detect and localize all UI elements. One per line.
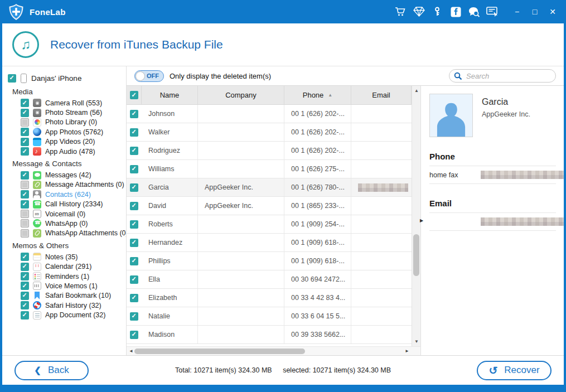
table-row[interactable]: Madison 00 39 338 5662... xyxy=(127,326,412,344)
item-label[interactable]: Messages (42) xyxy=(45,171,91,179)
item-label[interactable]: App Videos (20) xyxy=(45,138,95,146)
sidebar-item[interactable]: App Videos (20) xyxy=(21,137,126,147)
row-checkbox[interactable] xyxy=(130,110,138,118)
column-header-company[interactable]: Company xyxy=(198,86,284,104)
sidebar-item[interactable]: WhatsApp (0) xyxy=(21,219,126,228)
item-checkbox[interactable] xyxy=(21,118,29,127)
sidebar-item[interactable]: Voice Memos (1) xyxy=(21,281,126,291)
item-checkbox[interactable] xyxy=(21,147,29,156)
scroll-left-icon[interactable]: ◄ xyxy=(129,349,133,354)
vertical-scrollbar-thumb[interactable] xyxy=(413,234,419,276)
item-label[interactable]: Safari Bookmark (10) xyxy=(45,292,111,299)
sidebar-item[interactable]: Reminders (1) xyxy=(21,272,126,281)
table-row[interactable]: Walker 00 1 (626) 202-... xyxy=(127,123,412,142)
row-checkbox[interactable] xyxy=(130,294,138,302)
item-checkbox[interactable] xyxy=(21,272,29,280)
maximize-button[interactable]: □ xyxy=(527,4,543,19)
column-header-phone[interactable]: Phone▲ xyxy=(284,86,351,104)
item-label[interactable]: App Document (32) xyxy=(45,311,105,319)
sidebar-item[interactable]: Calendar (291) xyxy=(21,262,126,271)
sidebar-item[interactable]: Safari History (32) xyxy=(21,301,126,310)
item-label[interactable]: App Audio (478) xyxy=(45,148,95,156)
item-label[interactable]: App Photos (5762) xyxy=(45,128,103,136)
sidebar-item[interactable]: App Audio (478) xyxy=(21,147,126,156)
item-label[interactable]: WhatsApp (0) xyxy=(45,220,88,228)
item-label[interactable]: Call History (2334) xyxy=(45,200,103,208)
horizontal-scrollbar[interactable]: ◄ ► xyxy=(127,346,420,355)
item-checkbox[interactable] xyxy=(21,292,29,300)
deleted-only-toggle[interactable]: OFF xyxy=(134,70,164,82)
scroll-right-icon[interactable]: ► xyxy=(405,349,409,354)
row-checkbox[interactable] xyxy=(130,165,138,173)
sidebar-item[interactable]: Contacts (624) xyxy=(21,190,126,199)
item-label[interactable]: Message Attachments (0) xyxy=(45,181,124,188)
sidebar-item[interactable]: Notes (35) xyxy=(21,252,126,262)
panel-splitter[interactable]: ▶ xyxy=(420,86,423,355)
column-header-email[interactable]: Email xyxy=(351,86,412,104)
sidebar-item[interactable]: Safari Bookmark (10) xyxy=(21,291,126,301)
item-checkbox[interactable] xyxy=(21,253,29,261)
item-checkbox[interactable] xyxy=(21,181,29,189)
sidebar-item[interactable]: Message Attachments (0) xyxy=(21,180,126,190)
column-header-name[interactable]: Name xyxy=(142,86,198,104)
sidebar-item[interactable]: Photo Stream (56) xyxy=(21,108,126,117)
item-label[interactable]: Contacts (624) xyxy=(45,191,91,199)
select-all-checkbox[interactable] xyxy=(130,91,138,99)
table-row[interactable]: Ella 00 30 694 2472... xyxy=(127,270,412,289)
sidebar-item[interactable]: App Document (32) xyxy=(21,310,126,320)
row-checkbox[interactable] xyxy=(130,331,138,339)
table-row[interactable]: Natalie 00 33 6 04 15 5... xyxy=(127,307,412,326)
item-label[interactable]: Camera Roll (553) xyxy=(45,99,102,107)
row-checkbox[interactable] xyxy=(130,183,138,192)
item-checkbox[interactable] xyxy=(21,229,29,238)
feedback-icon[interactable] xyxy=(485,4,500,19)
sidebar-item[interactable]: WhatsApp Attachments (0) xyxy=(21,229,126,238)
row-checkbox[interactable] xyxy=(130,312,138,321)
vertical-scrollbar[interactable]: ▲ ▼ xyxy=(412,86,420,346)
close-button[interactable]: ✕ xyxy=(545,4,560,19)
item-checkbox[interactable] xyxy=(21,210,29,218)
search-box[interactable] xyxy=(449,69,556,83)
table-row[interactable]: Phillips 00 1 (909) 618-... xyxy=(127,252,412,270)
table-row[interactable]: Williams 00 1 (626) 275-... xyxy=(127,160,412,178)
item-checkbox[interactable] xyxy=(21,311,29,320)
item-checkbox[interactable] xyxy=(21,190,29,199)
item-checkbox[interactable] xyxy=(21,171,29,180)
item-checkbox[interactable] xyxy=(21,263,29,271)
row-checkbox[interactable] xyxy=(130,202,138,210)
diamond-icon[interactable] xyxy=(412,4,426,19)
sidebar-item[interactable]: Photo Library (0) xyxy=(21,118,126,127)
item-checkbox[interactable] xyxy=(21,282,29,290)
back-button[interactable]: ❮ Back xyxy=(14,361,89,380)
item-checkbox[interactable] xyxy=(21,138,29,146)
table-row[interactable]: Rodriguez 00 1 (626) 202-... xyxy=(127,142,412,160)
item-label[interactable]: Reminders (1) xyxy=(45,273,89,280)
device-checkbox[interactable] xyxy=(8,74,16,83)
item-label[interactable]: Calendar (291) xyxy=(45,263,91,270)
device-row[interactable]: Danjas' iPhone xyxy=(2,72,126,84)
row-checkbox[interactable] xyxy=(130,257,138,265)
row-checkbox[interactable] xyxy=(130,147,138,155)
table-row[interactable]: Hernandez 00 1 (909) 618-... xyxy=(127,234,412,252)
row-checkbox[interactable] xyxy=(130,128,138,137)
table-row[interactable]: Roberts 00 1 (909) 254-... xyxy=(127,215,412,234)
facebook-icon[interactable] xyxy=(448,4,463,19)
table-row[interactable]: Garcia AppGeeker Inc. 00 1 (626) 780-... xyxy=(127,178,412,197)
item-checkbox[interactable] xyxy=(21,99,29,107)
scroll-down-icon[interactable]: ▼ xyxy=(414,339,419,344)
horizontal-scrollbar-thumb[interactable] xyxy=(134,349,305,354)
splitter-arrow-icon[interactable]: ▶ xyxy=(420,218,423,223)
key-icon[interactable] xyxy=(430,4,444,19)
table-row[interactable]: David AppGeeker Inc. 00 1 (865) 233-... xyxy=(127,197,412,215)
scroll-up-icon[interactable]: ▲ xyxy=(414,88,419,93)
item-label[interactable]: Voicemail (0) xyxy=(45,210,85,218)
item-checkbox[interactable] xyxy=(21,128,29,136)
item-checkbox[interactable] xyxy=(21,109,29,117)
table-row[interactable]: Johnson 00 1 (626) 202-... xyxy=(127,105,412,123)
row-checkbox[interactable] xyxy=(130,220,138,229)
support-icon[interactable] xyxy=(467,4,481,19)
item-label[interactable]: Notes (35) xyxy=(45,253,78,261)
sidebar-item[interactable]: Voicemail (0) xyxy=(21,209,126,219)
cart-icon[interactable] xyxy=(393,4,408,19)
item-label[interactable]: Voice Memos (1) xyxy=(45,282,98,290)
